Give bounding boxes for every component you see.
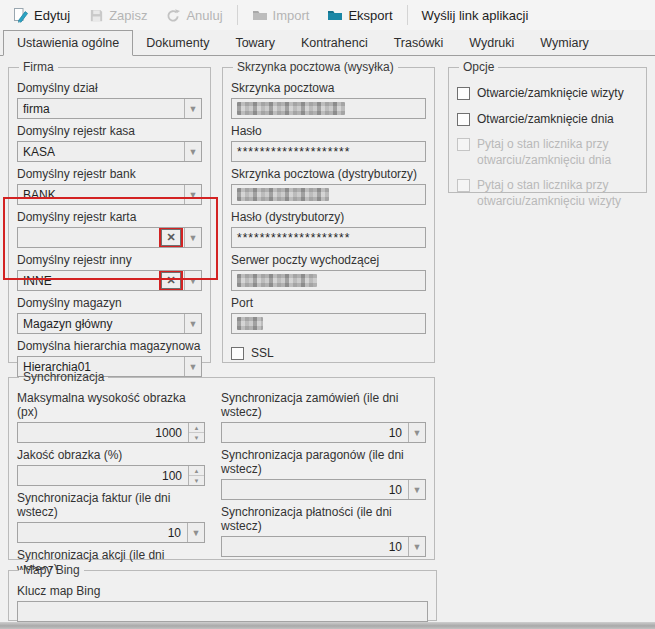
serwer-poczty-input[interactable] [231,270,426,291]
skrzynka-dystrybutorzy-input[interactable] [231,184,426,205]
haslo-dystrybutorzy-input[interactable]: ******************** [231,227,426,248]
edit-button[interactable]: Edytuj [6,3,77,27]
chevron-down-icon[interactable]: ▼ [184,185,201,204]
import-button[interactable]: Import [245,3,317,27]
save-floppy-icon [88,7,104,23]
otwarcie-wizyty-checkbox[interactable] [457,87,470,100]
mailbox-group: Skrzynka pocztowa (wysyłka) Skrzynka poc… [222,60,435,363]
sync-platnosci-label: Synchronizacja płatności (ile dni wstecz… [221,505,426,533]
domyslny-magazyn-label: Domyślny magazyn [17,296,202,310]
synchronizacja-group: Synchronizacja Maksymalna wysokość obraz… [8,370,435,560]
chevron-down-icon[interactable]: ▼ [187,523,204,542]
rejestr-inny-combobox[interactable]: INNE ✕ ▼ [17,270,202,291]
toolbar-separator [237,5,238,25]
tab-dokumenty[interactable]: Dokumenty [133,31,222,55]
clear-x-button[interactable]: ✕ [161,229,181,246]
app-window: { "toolbar": { "edit": "Edytuj", "save":… [0,0,655,629]
jakosc-obrazka-spinner[interactable]: 100 ▲▼ [17,465,205,486]
chevron-down-icon[interactable]: ▼ [408,423,425,442]
export-button[interactable]: Eksport [320,3,399,27]
save-button[interactable]: Zapisz [81,3,154,27]
skrzynka-pocztowa-input[interactable] [231,98,426,119]
rejestr-kasa-combobox[interactable]: KASA ▼ [17,141,202,162]
chevron-down-icon[interactable]: ▼ [184,228,201,247]
cancel-button[interactable]: Anuluj [158,3,229,27]
maks-wysokosc-spinner[interactable]: 1000 ▲▼ [17,422,205,443]
pytaj-licznik-dnia-row: Pytaj o stan licznika przy otwarciu/zamk… [457,137,638,168]
toolbar: Edytuj Zapisz Anuluj Import [0,0,655,30]
firma-group: Firma Domyślny dział firma ▼ Domyślny re… [8,60,211,363]
chevron-down-icon[interactable]: ▼ [408,537,425,556]
combobox-value: 10 [222,540,408,554]
spin-down-icon[interactable]: ▼ [189,433,204,442]
spin-up-icon[interactable]: ▲ [189,466,204,476]
haslo-input[interactable]: ******************** [231,141,426,162]
jakosc-obrazka-label: Jakość obrazka (%) [17,448,205,462]
clear-x-button[interactable]: ✕ [161,272,181,289]
rejestr-karta-label: Domyślny rejestr karta [17,210,202,224]
haslo-label: Hasło [231,124,426,138]
redacted-value [237,102,345,115]
sync-zamowien-combobox[interactable]: 10 ▼ [221,422,426,443]
ssl-checkbox-row[interactable]: SSL [231,346,426,362]
combobox-value: 10 [222,483,408,497]
chevron-down-icon[interactable]: ▼ [184,142,201,161]
synchronizacja-group-title: Synchronizacja [19,370,108,384]
settings-tab-bar: Ustawienia ogólne Dokumenty Towary Kontr… [0,30,655,56]
domyslny-magazyn-combobox[interactable]: Magazyn główny ▼ [17,313,202,334]
otwarcie-dnia-checkbox[interactable] [457,113,470,126]
tab-kontrahenci[interactable]: Kontrahenci [288,31,381,55]
sync-zamowien-label: Synchronizacja zamówień (ile dni wstecz) [221,391,426,419]
opcje-group-title: Opcje [459,60,498,74]
tab-ustawienia-ogolne[interactable]: Ustawienia ogólne [3,30,133,56]
tab-wymiary[interactable]: Wymiary [527,31,602,55]
spinner-buttons[interactable]: ▲▼ [188,423,204,442]
sync-faktur-combobox[interactable]: 10 ▼ [17,522,205,543]
haslo-dystrybutorzy-label: Hasło (dystrybutorzy) [231,210,426,224]
password-value: ******************** [232,145,425,159]
opcje-group: Opcje Otwarcie/zamknięcie wizyty Otwarci… [448,60,647,193]
spinner-buttons[interactable]: ▲▼ [188,466,204,485]
spin-up-icon[interactable]: ▲ [189,423,204,433]
combobox-value: Magazyn główny [18,317,184,331]
maks-wysokosc-label: Maksymalna wysokość obrazka (px) [17,391,205,419]
otwarcie-dnia-row[interactable]: Otwarcie/zamknięcie dnia [457,112,638,128]
tab-wydruki[interactable]: Wydruki [456,31,527,55]
redacted-value [237,317,263,330]
send-app-link-button[interactable]: Wyślij link aplikacji [415,4,536,27]
chevron-down-icon[interactable]: ▼ [408,480,425,499]
rejestr-bank-combobox[interactable]: BANK ▼ [17,184,202,205]
chevron-down-icon[interactable]: ▼ [184,99,201,118]
redacted-value [237,188,329,201]
sync-platnosci-combobox[interactable]: 10 ▼ [221,536,426,557]
rejestr-karta-combobox[interactable]: ✕ ▼ [17,227,202,248]
tab-trasowki[interactable]: Trasówki [381,31,457,55]
hierarchia-magazynowa-label: Domyślna hierarchia magazynowa [17,339,202,353]
domyslny-dzial-combobox[interactable]: firma ▼ [17,98,202,119]
combobox-value: 10 [18,526,187,540]
chevron-down-icon[interactable]: ▼ [184,271,201,290]
mailbox-group-title: Skrzynka pocztowa (wysyłka) [233,60,398,74]
pytaj-licznik-wizyty-row: Pytaj o stan licznika przy otwarciu/zamk… [457,178,638,209]
sync-paragonow-label: Synchronizacja paragonów (ile dni wstecz… [221,448,426,476]
ssl-checkbox[interactable] [231,347,244,360]
klucz-map-bing-label: Klucz map Bing [17,584,428,598]
pytaj-licznik-wizyty-checkbox [457,179,470,192]
otwarcie-dnia-label: Otwarcie/zamknięcie dnia [477,112,614,128]
klucz-map-bing-input[interactable] [17,601,428,622]
rejestr-bank-label: Domyślny rejestr bank [17,167,202,181]
pytaj-licznik-dnia-checkbox [457,138,470,151]
spinner-value: 100 [18,469,188,483]
domyslny-dzial-label: Domyślny dział [17,81,202,95]
sync-faktur-label: Synchronizacja faktur (ile dni wstecz) [17,491,205,519]
spinner-value: 1000 [18,426,188,440]
sync-paragonow-combobox[interactable]: 10 ▼ [221,479,426,500]
serwer-poczty-label: Serwer poczty wychodzącej [231,253,426,267]
tab-towary[interactable]: Towary [222,31,288,55]
port-input[interactable] [231,313,426,334]
import-folder-icon [252,7,268,23]
otwarcie-wizyty-row[interactable]: Otwarcie/zamknięcie wizyty [457,86,638,102]
spin-down-icon[interactable]: ▼ [189,476,204,485]
skrzynka-dystrybutorzy-label: Skrzynka pocztowa (dystrybutorzy) [231,167,426,181]
chevron-down-icon[interactable]: ▼ [184,314,201,333]
